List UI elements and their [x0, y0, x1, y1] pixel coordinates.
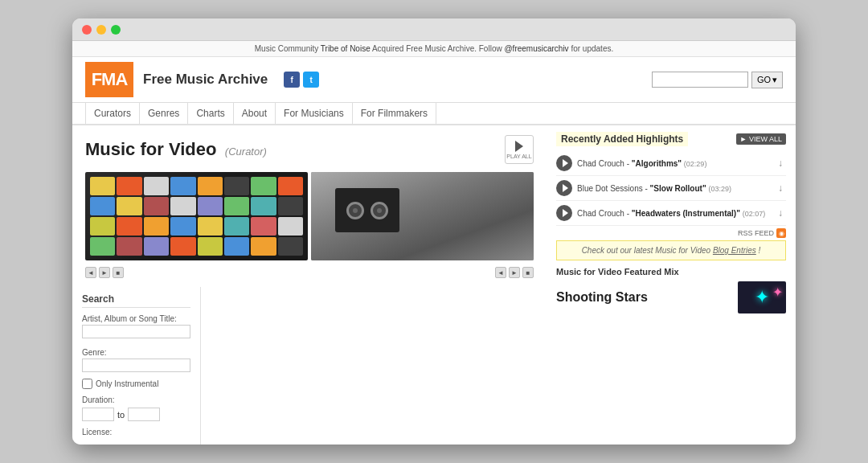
key: [224, 237, 249, 256]
play-track-3[interactable]: [556, 205, 572, 221]
key: [144, 237, 169, 256]
view-all-button[interactable]: ► VIEW ALL: [736, 133, 786, 145]
play-all-button[interactable]: PLAY ALL: [505, 135, 534, 164]
key: [198, 217, 223, 236]
key: [251, 197, 276, 215]
track-info-1: Chad Crouch - "Algorithms" (02:29): [577, 159, 770, 168]
maximize-button[interactable]: [111, 25, 121, 35]
track-artist-2: Blue Dot Sessions: [577, 184, 643, 193]
key: [90, 217, 115, 236]
track-duration-3: (02:07): [743, 210, 766, 218]
browser-content: Music Community Tribe of Noise Acquired …: [72, 41, 796, 445]
search-input[interactable]: [652, 72, 748, 88]
instrumental-checkbox[interactable]: [82, 379, 92, 389]
highlights-title: Recently Added Highlights: [556, 132, 688, 146]
fma-logo[interactable]: FMA: [85, 62, 133, 97]
play-track-1[interactable]: [556, 155, 572, 171]
gallery-stop-right[interactable]: ■: [522, 267, 534, 278]
duration-to-label: to: [117, 410, 125, 420]
page-title-row: Music for Video (Curator) PLAY ALL: [85, 135, 534, 164]
right-content: Recently Added Highlights ► VIEW ALL Cha…: [547, 125, 796, 445]
browser-titlebar: [72, 18, 796, 41]
left-content: Music for Video (Curator) PLAY ALL: [72, 125, 547, 287]
featured-mix-title: Music for Video Featured Mix: [556, 267, 786, 277]
page-title: Music for Video: [85, 139, 216, 159]
genre-input[interactable]: [82, 359, 190, 372]
tape-body: [335, 188, 399, 232]
track-artist-3: Chad Crouch: [577, 209, 624, 218]
track-title-1: "Algorithms": [632, 159, 682, 168]
rss-icon[interactable]: ◉: [776, 228, 786, 238]
key: [90, 237, 115, 256]
gallery-nav-right: ◄ ► ■: [495, 267, 534, 278]
key: [278, 197, 303, 215]
nav-for-musicians[interactable]: For Musicians: [276, 103, 353, 124]
tape-reel-left: [346, 202, 364, 219]
track-item-3: Chad Crouch - "Headwaters (Instrumental)…: [556, 201, 786, 226]
rss-label: RSS FEED: [738, 229, 774, 237]
tribe-of-noise-link[interactable]: Tribe of Noise: [321, 44, 371, 53]
blog-text-before: Check out our latest Music for Video: [582, 246, 713, 255]
play-all-label: PLAY ALL: [506, 154, 531, 159]
duration-label: Duration:: [82, 395, 190, 404]
gallery-next-right[interactable]: ►: [509, 267, 520, 278]
nav-curators[interactable]: Curators: [85, 103, 140, 124]
key: [251, 237, 276, 256]
genre-label: Genre:: [82, 348, 190, 357]
gallery-prev-right[interactable]: ◄: [495, 267, 506, 278]
track-artist-1: Chad Crouch: [577, 159, 624, 168]
gallery-nav-left: ◄ ► ■: [85, 267, 124, 278]
nav-for-filmmakers[interactable]: For Filmmakers: [353, 103, 436, 124]
key: [278, 237, 303, 256]
site-header: FMA Free Music Archive f t GO ▾: [72, 57, 796, 103]
key: [144, 177, 169, 195]
track-item-1: Chad Crouch - "Algorithms" (02:29) ↓: [556, 151, 786, 176]
key: [170, 177, 195, 195]
gallery: [85, 172, 534, 260]
duration-row: to: [82, 408, 190, 421]
key: [224, 197, 249, 215]
key: [117, 177, 141, 195]
gallery-keyboard-image[interactable]: [85, 172, 308, 260]
download-icon-1[interactable]: ↓: [775, 158, 786, 169]
shooting-stars-title: Shooting Stars: [556, 290, 731, 305]
content-split: Music for Video (Curator) PLAY ALL: [72, 125, 796, 445]
left-side: Music for Video (Curator) PLAY ALL: [72, 125, 547, 445]
key: [117, 197, 141, 215]
key: [170, 237, 195, 256]
key: [251, 217, 276, 236]
twitter-icon[interactable]: t: [303, 72, 319, 88]
fma-twitter-link[interactable]: @freemusicarchiv: [504, 44, 568, 53]
duration-from[interactable]: [82, 408, 114, 421]
gallery-tape-image[interactable]: [311, 172, 534, 260]
play-track-2[interactable]: [556, 180, 572, 196]
gallery-stop-left[interactable]: ■: [113, 267, 124, 278]
duration-to-input[interactable]: [128, 408, 160, 421]
nav-charts[interactable]: Charts: [188, 103, 233, 124]
close-button[interactable]: [82, 25, 92, 35]
blog-entries-link[interactable]: Blog Entries: [713, 246, 756, 255]
search-area: GO ▾: [652, 72, 783, 88]
key: [224, 217, 249, 236]
key: [117, 217, 141, 236]
artist-label: Artist, Album or Song Title:: [82, 314, 190, 323]
minimize-button[interactable]: [96, 25, 106, 35]
download-icon-3[interactable]: ↓: [775, 207, 786, 219]
featured-mix-thumbnail[interactable]: ✦ ✦: [738, 281, 786, 313]
featured-mix-content: Shooting Stars ✦ ✦: [556, 281, 786, 313]
featured-mix-text: Shooting Stars: [556, 290, 731, 305]
rss-row: RSS FEED ◉: [556, 226, 786, 240]
key: [90, 197, 115, 215]
go-button[interactable]: GO ▾: [751, 72, 783, 88]
download-icon-2[interactable]: ↓: [775, 182, 786, 194]
gallery-prev-left[interactable]: ◄: [85, 267, 96, 278]
chevron-down-icon: ▾: [772, 75, 777, 85]
gallery-next-left[interactable]: ►: [99, 267, 110, 278]
blog-banner: Check out our latest Music for Video Blo…: [556, 240, 786, 260]
artist-input[interactable]: [82, 325, 190, 338]
highlights-header: Recently Added Highlights ► VIEW ALL: [556, 132, 786, 146]
nav-genres[interactable]: Genres: [140, 103, 188, 124]
key: [90, 177, 115, 195]
nav-about[interactable]: About: [234, 103, 276, 124]
facebook-icon[interactable]: f: [284, 72, 300, 88]
